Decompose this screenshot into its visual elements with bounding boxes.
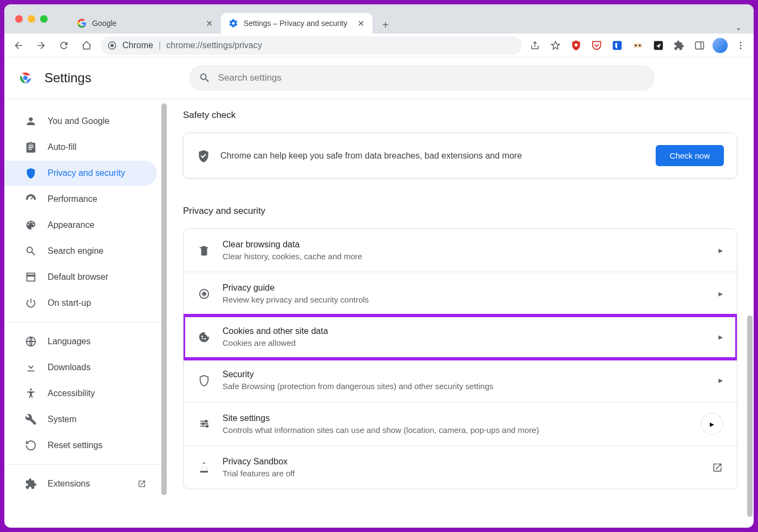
url-text: chrome://settings/privacy — [166, 41, 262, 50]
settings-search[interactable] — [189, 65, 655, 91]
sidebar-divider — [4, 322, 167, 323]
reload-button[interactable] — [55, 37, 73, 54]
check-now-button[interactable]: Check now — [656, 145, 724, 166]
settings-content: Safety check Chrome can help keep you sa… — [167, 99, 754, 528]
svg-point-2 — [574, 43, 578, 47]
sidebar-item-extensions[interactable]: Extensions — [4, 471, 157, 496]
extension-pocket-icon[interactable] — [589, 38, 604, 53]
tab-strip: Google ✕ Settings – Privacy and security… — [69, 4, 747, 34]
row-privacy-sandbox[interactable]: Privacy SandboxTrial features are off — [184, 446, 737, 489]
bookmark-icon[interactable] — [548, 38, 563, 53]
scrollbar[interactable] — [747, 316, 753, 517]
kebab-menu-icon[interactable] — [733, 38, 748, 53]
row-cookies[interactable]: Cookies and other site dataCookies are a… — [184, 316, 737, 359]
sidebar-item-label: System — [48, 415, 76, 424]
sidepanel-icon[interactable] — [692, 38, 707, 53]
row-subtitle: Trial features are off — [223, 469, 700, 478]
palette-icon — [25, 219, 37, 231]
titlebar: Google ✕ Settings – Privacy and security… — [4, 4, 754, 34]
download-icon — [25, 362, 37, 373]
tab-google[interactable]: Google ✕ — [69, 13, 221, 34]
sidebar-item-search-engine[interactable]: Search engine — [4, 239, 157, 264]
chevron-right-icon: ▸ — [718, 288, 723, 299]
sidebar-item-performance[interactable]: Performance — [4, 187, 157, 212]
sidebar-item-languages[interactable]: Languages — [4, 329, 157, 354]
row-site-settings[interactable]: Site settingsControls what information s… — [184, 402, 737, 446]
globe-icon — [25, 336, 37, 347]
tab-settings[interactable]: Settings – Privacy and security ✕ — [221, 13, 373, 34]
sidebar-item-startup[interactable]: On start-up — [4, 291, 157, 316]
sidebar-item-accessibility[interactable]: Accessibility — [4, 381, 157, 406]
row-clear-browsing-data[interactable]: Clear browsing dataClear history, cookie… — [184, 229, 737, 272]
sidebar-item-label: Appearance — [48, 220, 94, 230]
settings-favicon-icon — [228, 18, 238, 28]
svg-point-11 — [740, 42, 742, 43]
clipboard-icon — [25, 141, 37, 153]
back-button[interactable] — [10, 37, 27, 54]
row-subtitle: Review key privacy and security controls — [223, 295, 707, 304]
sidebar-item-downloads[interactable]: Downloads — [4, 355, 157, 380]
sidebar-item-label: Search engine — [48, 246, 103, 256]
safety-check-card: Chrome can help keep you safe from data … — [183, 133, 737, 179]
shield-outline-icon — [198, 374, 211, 387]
row-security[interactable]: SecuritySafe Browsing (protection from d… — [184, 359, 737, 402]
accessibility-icon — [25, 387, 37, 399]
maximize-window-button[interactable] — [40, 15, 48, 23]
row-title: Security — [223, 370, 707, 379]
new-tab-button[interactable]: + — [377, 16, 394, 34]
restore-icon — [25, 439, 37, 451]
external-link-icon — [712, 462, 723, 473]
verified-shield-icon — [197, 149, 211, 163]
svg-point-21 — [202, 423, 204, 425]
tab-overflow-button[interactable] — [734, 25, 743, 34]
sidebar-item-label: Performance — [48, 194, 97, 204]
extension-send-icon[interactable] — [651, 38, 666, 53]
sidebar-item-reset[interactable]: Reset settings — [4, 433, 157, 458]
extensions-menu-icon[interactable] — [671, 38, 687, 53]
privacy-card: Clear browsing dataClear history, cookie… — [183, 228, 737, 489]
sidebar-item-label: Downloads — [48, 363, 90, 372]
search-input[interactable] — [218, 73, 645, 83]
profile-avatar[interactable] — [713, 38, 728, 53]
close-window-button[interactable] — [15, 15, 23, 23]
tab-title: Settings – Privacy and security — [244, 19, 347, 28]
extension-ublock-icon[interactable] — [568, 38, 584, 53]
sidebar-item-system[interactable]: System — [4, 407, 157, 432]
minimize-window-button[interactable] — [28, 15, 35, 23]
extension-icon — [25, 478, 37, 490]
svg-point-16 — [23, 76, 28, 80]
url-scheme: Chrome — [122, 41, 153, 50]
address-bar[interactable]: Chrome | chrome://settings/privacy — [101, 36, 522, 55]
safety-check-heading: Safety check — [183, 110, 737, 121]
sidebar-item-privacy[interactable]: Privacy and security — [4, 161, 157, 186]
home-button[interactable] — [78, 37, 95, 54]
settings-page: Settings You and Google Auto-fill Privac… — [4, 57, 754, 528]
sidebar-item-you[interactable]: You and Google — [4, 109, 157, 134]
window-controls — [11, 15, 48, 23]
row-subtitle: Safe Browsing (protection from dangerous… — [223, 382, 707, 391]
browser-window: Google ✕ Settings – Privacy and security… — [4, 4, 754, 528]
row-title: Site settings — [223, 413, 689, 423]
sidebar-item-autofill[interactable]: Auto-fill — [4, 135, 157, 160]
cookie-icon — [198, 331, 211, 344]
close-tab-icon[interactable]: ✕ — [205, 19, 213, 28]
forward-button[interactable] — [32, 37, 50, 54]
sidebar-item-default-browser[interactable]: Default browser — [4, 265, 157, 290]
compass-icon — [198, 287, 211, 300]
row-privacy-guide[interactable]: Privacy guideReview key privacy and secu… — [184, 272, 737, 316]
sidebar-item-label: On start-up — [48, 298, 91, 308]
extension-eyes-icon[interactable] — [630, 38, 645, 53]
power-icon — [25, 297, 37, 309]
sidebar-item-appearance[interactable]: Appearance — [4, 213, 157, 238]
close-tab-icon[interactable]: ✕ — [356, 19, 365, 28]
extension-bitwarden-icon[interactable] — [610, 38, 625, 53]
svg-point-1 — [110, 44, 114, 47]
share-icon[interactable] — [527, 38, 543, 53]
sidebar-item-label: Auto-fill — [48, 142, 76, 152]
row-title: Privacy guide — [223, 283, 707, 293]
safety-check-text: Chrome can help keep you safe from data … — [220, 151, 646, 161]
sidebar-item-label: You and Google — [48, 116, 109, 126]
privacy-section-heading: Privacy and security — [183, 206, 737, 216]
sidebar-item-label: Reset settings — [48, 441, 102, 450]
page-title: Settings — [44, 70, 92, 86]
